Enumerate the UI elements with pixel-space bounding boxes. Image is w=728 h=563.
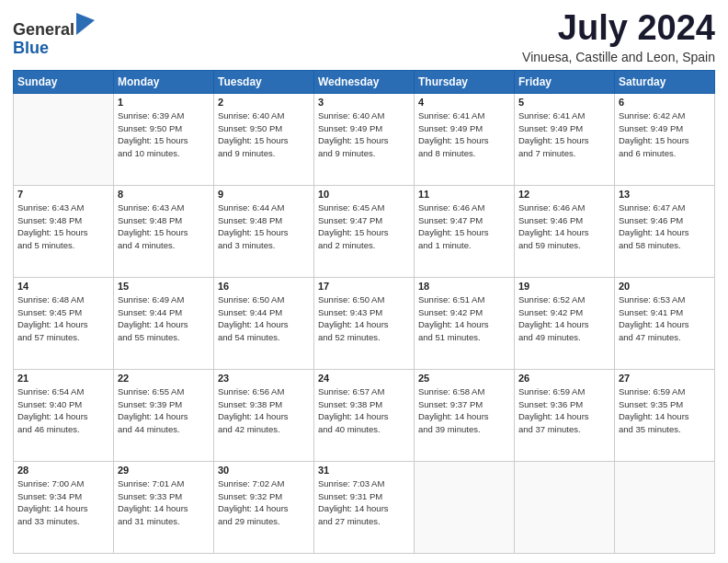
cell-info-line: Sunrise: 6:50 AM [218,293,310,306]
cell-info-line: Sunrise: 6:46 AM [418,201,510,214]
cell-info-line: and 33 minutes. [17,515,109,528]
calendar-cell: 23Sunrise: 6:56 AMSunset: 9:38 PMDayligh… [214,369,314,461]
day-number: 17 [318,281,410,292]
cell-info-line: Sunset: 9:31 PM [318,490,410,503]
cell-info-line: and 1 minute. [418,239,510,252]
day-number: 26 [518,373,610,384]
calendar-cell: 10Sunrise: 6:45 AMSunset: 9:47 PMDayligh… [314,185,415,277]
cell-info-line: Sunrise: 6:58 AM [418,385,510,398]
cell-info-line: Sunset: 9:49 PM [619,122,711,135]
weekday-header-sunday: Sunday [14,70,114,93]
calendar-cell: 17Sunrise: 6:50 AMSunset: 9:43 PMDayligh… [314,277,415,369]
calendar-cell: 9Sunrise: 6:44 AMSunset: 9:48 PMDaylight… [214,185,314,277]
cell-info-line: Daylight: 15 hours [118,226,210,239]
calendar-cell: 31Sunrise: 7:03 AMSunset: 9:31 PMDayligh… [314,461,415,553]
calendar-cell: 12Sunrise: 6:46 AMSunset: 9:46 PMDayligh… [515,185,615,277]
cell-info-line: Daylight: 14 hours [418,410,510,423]
logo-icon [76,13,95,35]
cell-info-line: Sunset: 9:47 PM [318,214,410,227]
day-number: 3 [318,97,410,108]
cell-info-line: Sunrise: 6:45 AM [318,201,410,214]
location: Vinuesa, Castille and Leon, Spain [522,50,715,64]
weekday-header-friday: Friday [515,70,615,93]
cell-info-line: Daylight: 15 hours [318,134,410,147]
day-number: 22 [118,373,210,384]
cell-info-line: and 58 minutes. [619,239,711,252]
cell-info-line: Sunrise: 6:56 AM [218,385,310,398]
cell-info-line: and 51 minutes. [418,331,510,344]
cell-info-line: Sunrise: 6:41 AM [518,109,610,122]
day-number: 4 [418,97,510,108]
cell-info-line: Sunset: 9:50 PM [118,122,210,135]
cell-info-line: and 7 minutes. [518,147,610,160]
calendar-cell [615,461,715,553]
cell-info-line: Sunset: 9:43 PM [318,306,410,319]
day-number: 8 [118,189,210,200]
day-number: 6 [619,97,711,108]
cell-info-line: Daylight: 14 hours [118,318,210,331]
cell-info-line: Daylight: 14 hours [318,318,410,331]
weekday-header-thursday: Thursday [415,70,515,93]
cell-info-line: and 52 minutes. [318,331,410,344]
cell-info-line: Sunrise: 6:47 AM [619,201,711,214]
cell-info-line: Daylight: 15 hours [318,226,410,239]
calendar-cell: 1Sunrise: 6:39 AMSunset: 9:50 PMDaylight… [114,93,214,185]
day-number: 24 [318,373,410,384]
logo: General Blue [13,13,95,58]
calendar-cell: 22Sunrise: 6:55 AMSunset: 9:39 PMDayligh… [114,369,214,461]
weekday-header-monday: Monday [114,70,214,93]
cell-info-line: Daylight: 14 hours [118,410,210,423]
cell-info-line: and 37 minutes. [518,423,610,436]
calendar-cell: 29Sunrise: 7:01 AMSunset: 9:33 PMDayligh… [114,461,214,553]
cell-info-line: Sunrise: 7:01 AM [118,477,210,490]
calendar-cell: 18Sunrise: 6:51 AMSunset: 9:42 PMDayligh… [415,277,515,369]
week-row-2: 7Sunrise: 6:43 AMSunset: 9:48 PMDaylight… [14,185,715,277]
cell-info-line: and 6 minutes. [619,147,711,160]
cell-info-line: Sunrise: 6:59 AM [518,385,610,398]
cell-info-line: Sunrise: 6:43 AM [118,201,210,214]
cell-info-line: Sunset: 9:37 PM [418,398,510,411]
calendar-cell: 19Sunrise: 6:52 AMSunset: 9:42 PMDayligh… [515,277,615,369]
calendar-table: SundayMondayTuesdayWednesdayThursdayFrid… [13,70,715,554]
cell-info-line: Daylight: 15 hours [518,134,610,147]
calendar-cell: 14Sunrise: 6:48 AMSunset: 9:45 PMDayligh… [14,277,114,369]
cell-info-line: and 10 minutes. [118,147,210,160]
cell-info-line: Sunset: 9:46 PM [619,214,711,227]
cell-info-line: Sunset: 9:42 PM [518,306,610,319]
day-number: 18 [418,281,510,292]
calendar-cell: 3Sunrise: 6:40 AMSunset: 9:49 PMDaylight… [314,93,415,185]
cell-info-line: and 8 minutes. [418,147,510,160]
calendar-cell: 21Sunrise: 6:54 AMSunset: 9:40 PMDayligh… [14,369,114,461]
cell-info-line: Sunset: 9:34 PM [17,490,109,503]
cell-info-line: Sunset: 9:39 PM [118,398,210,411]
cell-info-line: Daylight: 14 hours [619,318,711,331]
cell-info-line: and 39 minutes. [418,423,510,436]
day-number: 13 [619,189,711,200]
cell-info-line: Daylight: 15 hours [418,134,510,147]
cell-info-line: Sunset: 9:46 PM [518,214,610,227]
calendar-cell: 2Sunrise: 6:40 AMSunset: 9:50 PMDaylight… [214,93,314,185]
cell-info-line: Sunset: 9:48 PM [17,214,109,227]
cell-info-line: Sunrise: 6:51 AM [418,293,510,306]
cell-info-line: Sunset: 9:48 PM [218,214,310,227]
calendar-cell: 11Sunrise: 6:46 AMSunset: 9:47 PMDayligh… [415,185,515,277]
weekday-header-wednesday: Wednesday [314,70,415,93]
cell-info-line: and 35 minutes. [619,423,711,436]
cell-info-line: Sunset: 9:44 PM [118,306,210,319]
week-row-1: 1Sunrise: 6:39 AMSunset: 9:50 PMDaylight… [14,93,715,185]
cell-info-line: Sunset: 9:42 PM [418,306,510,319]
cell-info-line: and 9 minutes. [318,147,410,160]
cell-info-line: Sunrise: 6:48 AM [17,293,109,306]
calendar-cell: 25Sunrise: 6:58 AMSunset: 9:37 PMDayligh… [415,369,515,461]
cell-info-line: Daylight: 14 hours [218,410,310,423]
day-number: 31 [318,465,410,476]
svg-marker-0 [76,13,95,35]
month-title: July 2024 [522,9,715,48]
day-number: 2 [218,97,310,108]
cell-info-line: Sunrise: 6:44 AM [218,201,310,214]
cell-info-line: Daylight: 14 hours [619,410,711,423]
cell-info-line: Sunset: 9:50 PM [218,122,310,135]
calendar-cell: 26Sunrise: 6:59 AMSunset: 9:36 PMDayligh… [515,369,615,461]
cell-info-line: and 57 minutes. [17,331,109,344]
cell-info-line: Sunrise: 6:41 AM [418,109,510,122]
